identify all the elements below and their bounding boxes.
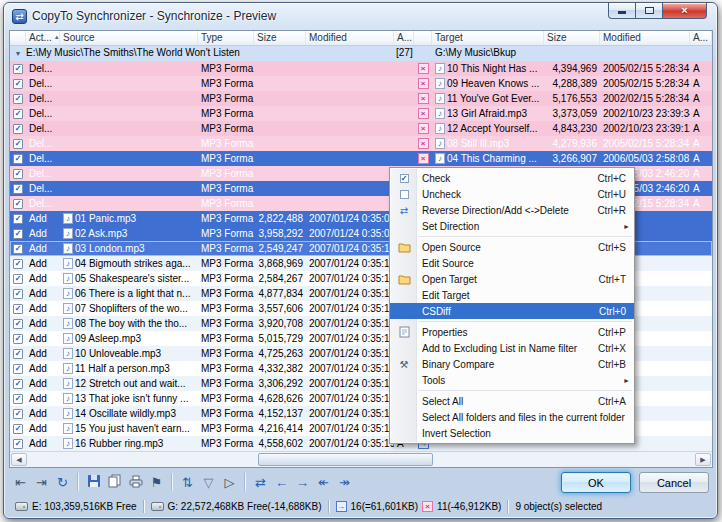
checkbox-icon[interactable]: ✓ [13,439,23,449]
horizontal-scrollbar[interactable]: ◀ ▶ [10,451,712,467]
last-difference-button[interactable]: ↠ [334,472,355,493]
checkbox-icon[interactable]: ✓ [13,244,23,254]
checkbox-icon[interactable]: ✓ [13,349,23,359]
header-attr-target[interactable]: A... [690,31,712,45]
checkbox-icon[interactable]: ✓ [13,154,23,164]
header-checkbox-col[interactable] [10,31,26,45]
header-size-source[interactable]: Size [254,31,306,45]
checkbox-icon[interactable]: ✓ [13,274,23,284]
checkbox-icon[interactable]: ✓ [13,139,23,149]
header-size-target[interactable]: Size [544,31,600,45]
checkbox-icon[interactable]: ✓ [13,259,23,269]
print-button[interactable] [125,472,146,493]
move-right-button[interactable]: → [292,472,313,493]
menu-item-set-direction[interactable]: Set Direction► [390,218,634,234]
header-modified-target[interactable]: Modified [600,31,690,45]
menu-item-check[interactable]: ✓CheckCtrl+C [390,170,634,186]
header-source[interactable]: Source [60,31,198,45]
checkbox-icon[interactable]: ✓ [13,229,23,239]
table-row[interactable]: ✓Del...MP3 Forma...×♪11 You've Got Ever.… [10,91,712,106]
refresh-button[interactable]: ↻ [52,472,73,493]
menu-item-open-source[interactable]: Open SourceCtrl+S [390,239,634,255]
collapse-expander-icon[interactable]: ▼ [10,46,26,61]
header-target[interactable]: Target [432,31,544,45]
checkbox-icon[interactable]: ✓ [13,94,23,104]
status-selection-count: 9 object(s) selected [509,501,608,512]
header-type[interactable]: Type [198,31,254,45]
source-cell [60,121,198,136]
checkbox-icon[interactable]: ✓ [13,364,23,374]
menu-item-properties[interactable]: PropertiesCtrl+P [390,324,634,340]
scroll-left-icon[interactable]: ◀ [11,453,27,466]
menu-item-select-all[interactable]: Select AllCtrl+A [390,393,634,409]
header-attr-source[interactable]: A... [394,31,414,45]
scroll-right-icon[interactable]: ▶ [695,453,711,466]
menu-item-open-target[interactable]: Open TargetCtrl+T [390,271,634,287]
reverse-direction-button[interactable]: ⇄ [250,472,271,493]
table-row[interactable]: ✓Del...MP3 Forma...×♪13 Girl Afraid.mp33… [10,106,712,121]
flag-button[interactable]: ⚑ [146,472,167,493]
target-size-cell: 5,176,553 [544,91,600,106]
header-action[interactable]: Act...▲ [26,31,60,45]
cancel-button[interactable]: Cancel [639,472,709,493]
table-row[interactable]: ✓Del...MP3 Forma...×♪04 This Charming ..… [10,151,712,166]
music-note-icon: ♪ [435,63,445,74]
checkbox-icon[interactable]: ✓ [13,424,23,434]
checkbox-icon[interactable]: ✓ [13,334,23,344]
filter-button[interactable]: ▽ [198,472,219,493]
menu-item-invert-selection[interactable]: Invert Selection [390,425,634,441]
checkbox-icon[interactable]: ✓ [13,289,23,299]
dock-right-button[interactable]: ⇥ [31,472,52,493]
checkbox-icon[interactable]: ✓ [13,409,23,419]
row-checkbox-cell: ✓ [10,271,26,286]
save-button[interactable] [83,472,104,493]
maximize-button[interactable] [636,3,663,19]
checkbox-icon[interactable]: ✓ [13,169,23,179]
menu-item-edit-source[interactable]: Edit Source [390,255,634,271]
row-checkbox-cell: ✓ [10,76,26,91]
menu-item-binary-compare[interactable]: ⚒Binary CompareCtrl+B [390,356,634,372]
first-difference-button[interactable]: ↞ [313,472,334,493]
checkbox-icon[interactable]: ✓ [13,214,23,224]
minimize-button[interactable] [608,3,636,19]
table-row[interactable]: ✓Del...MP3 Forma...×♪12 Accept Yourself.… [10,121,712,136]
menu-item-label: Set Direction [422,221,626,232]
run-button[interactable]: ▷ [219,472,240,493]
header-modified-source[interactable]: Modified [306,31,394,45]
dock-left-button[interactable]: ⇤ [10,472,31,493]
checkbox-icon[interactable]: ✓ [13,199,23,209]
checkbox-icon[interactable]: ✓ [13,124,23,134]
checkbox-icon[interactable]: ✓ [13,184,23,194]
copy-button[interactable] [104,472,125,493]
close-button[interactable]: × [663,3,707,19]
ok-button[interactable]: OK [561,472,631,493]
menu-item-uncheck[interactable]: UncheckCtrl+U [390,186,634,202]
checkbox-icon[interactable]: ✓ [13,109,23,119]
checkbox-icon[interactable]: ✓ [13,79,23,89]
checkbox-icon[interactable]: ✓ [13,319,23,329]
checkbox-icon[interactable]: ✓ [13,394,23,404]
menu-item-add-to-excluding-list-in-name-filter[interactable]: Add to Excluding List in Name filterCtrl… [390,340,634,356]
checkbox-icon[interactable]: ✓ [13,64,23,74]
source-modified-cell [306,136,394,151]
swap-vertical-button[interactable]: ⇅ [177,472,198,493]
menu-item-csdiff[interactable]: CSDiffCtrl+0 [390,303,634,319]
table-row[interactable]: ✓Del...MP3 Forma...×♪10 This Night Has .… [10,61,712,76]
checkbox-icon[interactable]: ✓ [13,304,23,314]
toolbar-separator [77,473,79,491]
menu-item-tools[interactable]: Tools► [390,372,634,388]
source-modified-cell: 2007/01/24 0:35:16 [306,346,394,361]
table-row[interactable]: ✓Del...MP3 Forma...×♪09 Heaven Knows ...… [10,76,712,91]
checkbox-icon[interactable]: ✓ [13,379,23,389]
type-cell: MP3 Forma... [198,316,254,331]
move-left-button[interactable]: ← [271,472,292,493]
header-direction[interactable] [414,31,432,45]
menu-item-select-all-folders-and-files-in-the-current-folder[interactable]: Select All folders and files in the curr… [390,409,634,425]
menu-item-edit-target[interactable]: Edit Target [390,287,634,303]
folder-group-row[interactable]: ▼ E:\My Music\The Smiths\The World Won't… [10,46,712,61]
type-cell: MP3 Forma... [198,331,254,346]
table-row[interactable]: ✓Del...MP3 Forma...×♪08 Still Ill.mp34,2… [10,136,712,151]
scrollbar-thumb[interactable] [258,453,433,466]
menu-item-reverse-direction-add-delete[interactable]: ⇄Reverse Direction/Add <->DeleteCtrl+R [390,202,634,218]
source-name: 15 You just haven't earn... [75,422,190,436]
